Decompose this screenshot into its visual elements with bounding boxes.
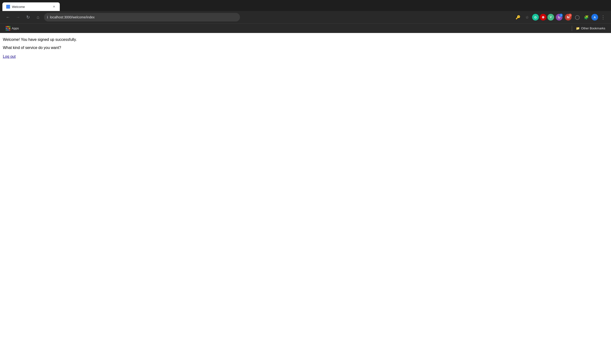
url-text: localhost:3000/welcome/index [50, 15, 237, 19]
badge-1: 1 [569, 14, 572, 17]
back-button[interactable]: ← [4, 13, 12, 21]
tab-title: Welcome [12, 5, 50, 9]
badge-3: 3 [559, 14, 563, 17]
nav-bar: ← → ↻ ⌂ ℹ localhost:3000/welcome/index 🔑… [0, 11, 611, 23]
forward-button[interactable]: → [14, 13, 22, 21]
active-tab[interactable]: Welcome ✕ [2, 2, 60, 11]
reload-button[interactable]: ↻ [24, 13, 32, 21]
circle-icon: ◯ [575, 14, 580, 20]
key-icon: 🔑 [516, 15, 520, 20]
back-icon: ← [6, 15, 10, 20]
puzzle-icon: 🧩 [584, 15, 589, 20]
welcome-message: Welcome! You have signed up successfully… [3, 37, 608, 42]
ext-badge3-button[interactable]: U 3 [555, 13, 563, 21]
service-question: What kind of service do you want? [3, 45, 608, 51]
other-bookmarks-label: Other Bookmarks [581, 26, 605, 30]
vuejs-extension[interactable]: V [547, 14, 554, 21]
folder-icon: 📁 [576, 26, 580, 30]
bookmark-button[interactable]: ☆ [523, 13, 531, 21]
more-icon: ⋮ [601, 14, 606, 20]
star-icon: ☆ [525, 15, 529, 20]
profile-avatar[interactable]: A [591, 14, 598, 21]
other-bookmarks[interactable]: 📁 Other Bookmarks [574, 26, 607, 31]
apps-grid-icon [6, 26, 10, 31]
address-bar[interactable]: ℹ localhost:3000/welcome/index [44, 13, 240, 22]
ext-badge1-button[interactable]: M 1 [564, 13, 572, 21]
circle-extension[interactable]: ◯ [573, 13, 581, 21]
extensions-button[interactable]: 🧩 [582, 13, 590, 21]
page-content: Welcome! You have signed up successfully… [0, 33, 611, 364]
home-button[interactable]: ⌂ [34, 13, 42, 21]
info-icon: ℹ [47, 15, 48, 19]
tab-close-button[interactable]: ✕ [52, 5, 56, 9]
bookmarks-bar: Apps 📁 Other Bookmarks [0, 23, 611, 33]
nav-right-controls: 🔑 ☆ G ⊗ V U 3 M 1 ◯ [514, 13, 607, 21]
reload-icon: ↻ [26, 14, 30, 20]
apps-shortcut[interactable]: Apps [4, 25, 21, 32]
password-manager-icon[interactable]: 🔑 [514, 13, 522, 21]
tab-favicon [6, 5, 10, 9]
more-menu-button[interactable]: ⋮ [599, 13, 607, 21]
bookmarks-separator [572, 26, 572, 31]
tab-bar: Welcome ✕ [0, 0, 611, 11]
home-icon: ⌂ [37, 15, 40, 20]
forward-icon: → [16, 15, 20, 20]
lastpass-extension[interactable]: ⊗ [540, 14, 546, 21]
browser-chrome: Welcome ✕ ← → ↻ ⌂ ℹ localhost:3000/welco… [0, 0, 611, 33]
grammarly-extension[interactable]: G [532, 14, 539, 21]
logout-link[interactable]: Log out [3, 54, 15, 59]
apps-label: Apps [12, 26, 19, 30]
